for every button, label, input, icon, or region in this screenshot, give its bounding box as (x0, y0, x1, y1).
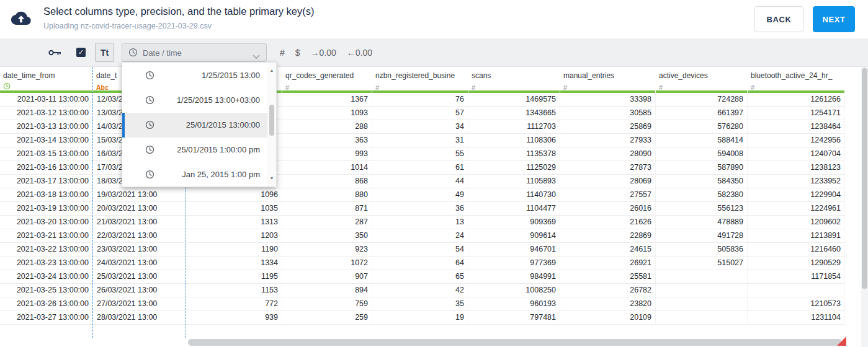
column-header[interactable]: scans# (468, 67, 560, 90)
table-cell: 923 (282, 243, 372, 256)
number-type-indicator: # (375, 81, 379, 90)
dropdown-scrollbar-thumb[interactable] (269, 105, 274, 136)
primary-key-icon[interactable] (48, 48, 62, 59)
clock-icon (145, 120, 154, 132)
table-cell: 2021-03-27 13:00:00 (0, 311, 93, 324)
table-cell: 1261266 (748, 93, 845, 106)
column-header[interactable]: qr_codes_generated# (282, 67, 372, 90)
table-cell: 946701 (468, 243, 560, 256)
table-cell: 1216460 (748, 243, 845, 256)
table-row: 2021-03-21 13:00:0022/03/2021 13:0012033… (0, 229, 845, 243)
table-cell: 1171854 (748, 270, 845, 283)
table-cell: 2021-03-19 13:00:00 (0, 202, 93, 215)
increase-decimal-button[interactable]: →0.00 (311, 48, 336, 58)
table-cell: 661397 (656, 107, 748, 120)
table-cell: 26782 (560, 284, 656, 297)
table-cell: 515027 (656, 257, 748, 270)
csv-import-wizard: Select columns type, precision, and the … (0, 0, 868, 347)
select-value: Date / time (143, 48, 182, 58)
table-cell: 259 (282, 311, 372, 324)
column-header[interactable]: bluetooth_active_24_hr_# (748, 67, 845, 90)
table-row: 2021-03-20 13:00:0021/03/2021 13:0013132… (0, 216, 845, 229)
table-cell: 31 (372, 134, 468, 147)
datetime-format-option[interactable]: 25/01/2015 13:00:00 (122, 113, 269, 138)
table-cell: 2021-03-11 13:00:00 (0, 93, 93, 106)
column-header[interactable]: active_devices# (656, 67, 748, 90)
table-cell: 2021-03-17 13:00:00 (0, 175, 93, 188)
decrease-decimal-button[interactable]: ←0.00 (347, 48, 372, 58)
table-cell: 1190 (186, 243, 282, 256)
table-cell: 36 (372, 202, 468, 215)
format-option-label: 1/25/2015 13:00+03:00 (177, 88, 260, 113)
vertical-scrollbar-thumb[interactable] (862, 68, 867, 289)
boolean-type-checkbox[interactable]: ✓ (76, 48, 86, 57)
vertical-scrollbar[interactable] (861, 67, 868, 347)
datetime-format-dropdown: 1/25/2015 13:001/25/2015 13:00+03:0025/0… (122, 62, 277, 187)
table-row: 2021-03-18 13:00:0019/03/2021 13:0010968… (0, 188, 845, 202)
datetime-format-option[interactable]: 1/25/2015 13:00 (122, 63, 269, 88)
table-cell: 2021-03-15 13:00:00 (0, 147, 93, 160)
table-cell (656, 297, 748, 310)
table-cell (748, 284, 845, 297)
table-cell: 1313 (186, 216, 282, 229)
page-title: Select columns type, precision, and the … (43, 6, 315, 17)
table-cell: 24/03/2021 13:00 (93, 257, 186, 270)
table-cell: 57 (372, 107, 468, 120)
datetime-format-select[interactable]: Date / time (122, 43, 267, 62)
table-cell: 1104477 (468, 202, 560, 215)
table-cell: 2021-03-25 13:00:00 (0, 284, 93, 297)
table-cell: 1140730 (468, 188, 560, 201)
column-header[interactable]: date_time_from (0, 67, 93, 90)
table-cell: 28090 (560, 147, 656, 160)
text-type-button[interactable]: Tt (95, 43, 114, 62)
table-cell: 26016 (560, 202, 656, 215)
table-cell: 594008 (656, 147, 748, 160)
number-format-button[interactable]: # (280, 48, 285, 58)
table-cell: 772 (186, 297, 282, 310)
table-cell: 350 (282, 229, 372, 242)
table-cell: 42 (372, 284, 468, 297)
column-header[interactable]: manual_entries# (560, 67, 656, 90)
table-cell: 1231104 (748, 311, 845, 324)
table-cell: 868 (282, 175, 372, 188)
text-type-indicator: Abc (96, 81, 109, 90)
table-cell: 894 (282, 284, 372, 297)
table-cell: 977369 (468, 257, 560, 270)
table-cell: 27/03/2021 13:00 (93, 297, 186, 310)
table-cell: 2021-03-24 13:00:00 (0, 270, 93, 283)
horizontal-scrollbar-thumb[interactable] (188, 339, 842, 346)
table-cell: 2021-03-20 13:00:00 (0, 216, 93, 229)
table-cell: 55 (372, 147, 468, 160)
table-cell: 1210573 (748, 297, 845, 310)
table-cell: 993 (282, 147, 372, 160)
datetime-format-option[interactable]: 25/01/2015 1:00:00 pm (122, 138, 269, 162)
scroll-up-icon[interactable]: ▲ (267, 66, 276, 75)
back-button[interactable]: BACK (754, 6, 803, 32)
table-cell: 939 (186, 311, 282, 324)
table-cell: 1203 (186, 229, 282, 242)
column-header[interactable]: nzbn_registered_busine# (372, 67, 468, 90)
table-cell: 1008250 (468, 284, 560, 297)
table-cell: 880 (282, 188, 372, 201)
next-button[interactable]: NEXT (813, 6, 855, 32)
datetime-format-option[interactable]: 1/25/2015 13:00+03:00 (122, 88, 269, 113)
table-cell: 1135378 (468, 147, 560, 160)
table-cell: 1469575 (468, 93, 560, 106)
datetime-format-option[interactable]: Jan 25, 2015 1:00 pm (122, 162, 269, 187)
column-header-label: active_devices (659, 71, 708, 80)
datetime-type-icon (3, 81, 11, 90)
table-row: 2021-03-19 13:00:0020/03/2021 13:0010358… (0, 202, 845, 216)
currency-format-button[interactable]: $ (295, 48, 300, 58)
wizard-header: Select columns type, precision, and the … (0, 0, 868, 38)
table-cell: 44 (372, 175, 468, 188)
table-cell: 1072 (282, 257, 372, 270)
table-cell: 2021-03-26 13:00:00 (0, 297, 93, 310)
table-cell: 984991 (468, 270, 560, 283)
format-option-label: Jan 25, 2015 1:00 pm (182, 162, 260, 187)
table-cell: 1238464 (748, 120, 845, 133)
table-cell: 25/03/2021 13:00 (93, 270, 186, 283)
scroll-down-icon[interactable]: ▼ (267, 174, 276, 183)
table-cell: 2021-03-22 13:00:00 (0, 243, 93, 256)
table-cell: 1195 (186, 270, 282, 283)
table-cell: 2021-03-18 13:00:00 (0, 188, 93, 201)
